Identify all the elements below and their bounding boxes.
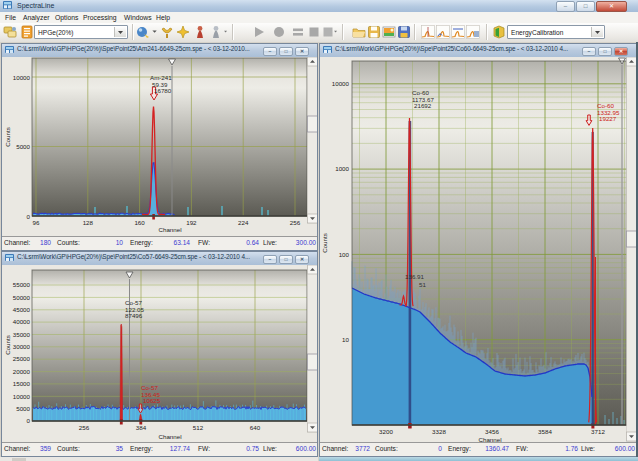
svg-text:256: 256 <box>290 219 301 226</box>
svg-text:40000: 40000 <box>13 318 31 325</box>
svg-text:96: 96 <box>33 219 40 226</box>
svg-text:10000: 10000 <box>13 393 31 400</box>
svg-text:256: 256 <box>79 424 90 431</box>
svg-text:5000: 5000 <box>16 143 30 150</box>
svg-text:512: 512 <box>193 424 204 431</box>
svg-text:10000: 10000 <box>332 80 350 87</box>
svg-text:3328: 3328 <box>432 428 446 435</box>
svg-text:3584: 3584 <box>538 428 552 435</box>
svg-text:192: 192 <box>186 219 197 226</box>
svg-text:20000: 20000 <box>13 368 31 375</box>
svg-text:45000: 45000 <box>13 306 31 313</box>
svg-text:0: 0 <box>27 417 31 424</box>
svg-text:30000: 30000 <box>13 343 31 350</box>
svg-text:51: 51 <box>419 281 426 288</box>
svg-text:100: 100 <box>339 251 350 258</box>
svg-text:15000: 15000 <box>13 380 31 387</box>
svg-text:50000: 50000 <box>13 294 31 301</box>
svg-text:Counts: Counts <box>4 127 11 147</box>
svg-text:Counts: Counts <box>321 233 328 253</box>
svg-text:10625: 10625 <box>143 397 161 404</box>
svg-text:384: 384 <box>136 424 147 431</box>
svg-text:55000: 55000 <box>13 281 31 288</box>
svg-text:Channel: Channel <box>158 433 181 440</box>
svg-text:3712: 3712 <box>591 428 605 435</box>
svg-text:19227: 19227 <box>599 115 617 122</box>
svg-text:Counts: Counts <box>4 335 11 355</box>
svg-text:35000: 35000 <box>13 331 31 338</box>
svg-text:16780: 16780 <box>154 87 172 94</box>
svg-text:21692: 21692 <box>414 102 432 109</box>
svg-text:10000: 10000 <box>13 74 31 81</box>
svg-text:1000: 1000 <box>335 165 349 172</box>
svg-text:3456: 3456 <box>485 428 499 435</box>
svg-text:10: 10 <box>342 336 349 343</box>
svg-text:128: 128 <box>83 219 94 226</box>
svg-text:224: 224 <box>238 219 249 226</box>
svg-text:Channel: Channel <box>158 226 181 233</box>
svg-text:87496: 87496 <box>125 312 143 319</box>
svg-text:640: 640 <box>250 424 261 431</box>
svg-text:0: 0 <box>27 213 31 220</box>
svg-text:25000: 25000 <box>13 355 31 362</box>
svg-text:136.91: 136.91 <box>405 273 424 280</box>
svg-text:3200: 3200 <box>379 428 393 435</box>
svg-text:5000: 5000 <box>16 405 30 412</box>
svg-text:160: 160 <box>134 219 145 226</box>
